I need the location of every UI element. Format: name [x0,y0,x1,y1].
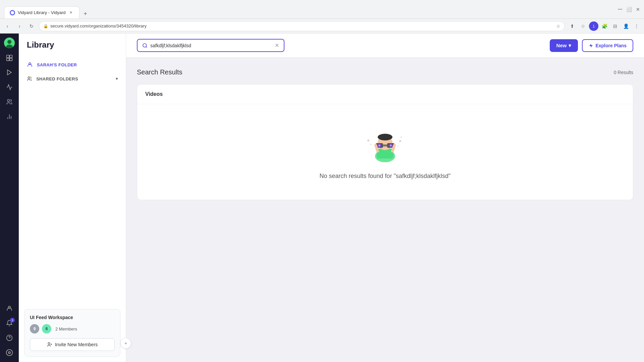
browser-toolbar: ‹ › ↻ 🔒 secure.vidyard.com/organizations… [0,19,644,34]
address-bar[interactable]: 🔒 secure.vidyard.com/organizations/34543… [39,21,565,31]
bookmark-star-icon[interactable]: ☆ [578,21,588,31]
avatar-item[interactable] [3,36,16,50]
sidebar-help-icon[interactable] [3,331,16,345]
new-tab-button[interactable]: + [81,9,90,18]
workspace-name: UI Feed Workspace [30,315,115,320]
bookmark-icon[interactable]: ☆ [556,23,560,29]
nav-sidebar: Library SARAH'S FOLDER SHARED FOLDERS ▾ … [19,34,126,362]
sidebar-library-icon[interactable] [3,66,16,79]
collapse-sidebar-button[interactable]: « [120,338,131,349]
empty-message-text: No search results found for [320,173,394,179]
new-dropdown-icon: ▾ [569,43,571,49]
shared-folders-label: SHARED FOLDERS [36,76,78,81]
browser-tabs-bar: Vidyard Library - Vidyard ✕ + ─ ⬜ ✕ [0,0,644,19]
svg-point-17 [8,352,10,354]
tab-close-button[interactable]: ✕ [68,10,74,15]
empty-illustration [362,124,409,166]
icon-sidebar: 1 [0,34,19,362]
empty-state: No search results found for "safkdljf;kl… [137,104,633,200]
sidebar-header: Library [19,34,126,55]
explore-plans-button[interactable]: Explore Plans [582,39,633,52]
new-button-label: New [556,43,567,48]
invite-icon [47,342,52,347]
sidebar-toggle-icon[interactable]: ⊟ [610,21,620,31]
search-input[interactable] [150,43,272,48]
explore-button-label: Explore Plans [595,43,627,48]
search-clear-button[interactable]: ✕ [275,42,279,49]
svg-marker-25 [589,44,593,48]
results-count: 0 Results [614,70,633,75]
invite-button-label: Invite New Members [55,342,98,347]
sidebar-collapse-area: « [120,338,131,349]
svg-point-42 [400,136,402,138]
new-button[interactable]: New ▾ [550,39,578,52]
content-area: Search Results 0 Results Videos [126,58,644,211]
sidebar-home-icon[interactable] [3,51,16,64]
lock-icon: 🔒 [43,24,48,28]
sidebar-analytics-icon[interactable] [3,80,16,94]
svg-point-36 [390,144,392,146]
sidebar-team-icon[interactable] [3,95,16,109]
search-results-title: Search Results [137,68,182,76]
svg-line-24 [146,47,147,48]
screen-share-icon[interactable]: ⬆ [568,21,577,31]
minimize-button[interactable]: ─ [618,6,622,13]
app-container: 1 Library SARAH'S FOLDER SHARED FOLDERS … [0,34,644,362]
back-button[interactable]: ‹ [3,21,12,31]
invite-members-button[interactable]: Invite New Members [30,338,115,351]
sidebar-settings-icon[interactable] [3,346,16,359]
tab-favicon [10,10,15,15]
sarahs-folder-item[interactable]: SARAH'S FOLDER [19,58,126,72]
empty-message: No search results found for "safkdljf;kl… [320,173,451,180]
svg-point-40 [370,144,372,145]
user-account-icon[interactable]: 👤 [621,21,631,31]
search-bar[interactable]: ✕ [137,39,284,52]
svg-point-2 [7,40,11,44]
svg-point-9 [7,100,10,102]
search-results-header: Search Results 0 Results [137,68,633,76]
member-count: 2 Members [55,326,77,331]
sidebar-notifications-icon[interactable]: 1 [3,316,16,330]
extensions-icon[interactable]: 🧩 [600,21,609,31]
empty-search-term: "safkdljf;klsdaklfjklsd" [394,173,451,179]
member-avatar-1: 9 [30,324,39,334]
svg-rect-5 [10,55,12,58]
url-display: secure.vidyard.com/organizations/3454320… [50,23,554,28]
nav-spacer [19,88,126,309]
svg-point-23 [143,44,147,47]
top-header: ✕ New ▾ Explore Plans [126,34,644,58]
page-title: Library [27,40,54,49]
people-icon [27,76,32,82]
svg-point-41 [399,140,401,142]
shared-folders-item[interactable]: SHARED FOLDERS ▾ [19,72,126,86]
forward-button[interactable]: › [15,21,24,31]
svg-point-29 [378,134,392,140]
svg-point-43 [397,145,398,147]
close-window-button[interactable]: ✕ [636,7,640,12]
svg-point-16 [6,350,12,356]
profile-icon[interactable]: 1 [589,21,598,31]
main-content: ✕ New ▾ Explore Plans Search Results 0 R… [126,34,644,362]
svg-line-37 [376,145,378,151]
user-avatar[interactable] [4,38,15,48]
nav-section: SARAH'S FOLDER SHARED FOLDERS ▾ [19,55,126,88]
more-options-icon[interactable]: ⋮ [632,21,641,31]
svg-point-0 [11,11,14,14]
chevron-down-icon: ▾ [116,76,118,81]
member-avatar-2: 6 [42,324,51,334]
sidebar-reports-icon[interactable] [3,110,16,123]
svg-rect-4 [7,55,9,58]
svg-point-39 [367,139,369,141]
notification-badge: 1 [10,318,15,322]
search-icon [142,43,148,48]
maximize-button[interactable]: ⬜ [626,7,632,12]
sidebar-people-icon[interactable] [3,302,16,315]
svg-point-20 [48,343,50,344]
svg-rect-6 [7,58,9,61]
lightning-icon [589,43,593,48]
reload-button[interactable]: ↻ [27,21,36,31]
svg-point-35 [378,144,380,146]
active-tab[interactable]: Vidyard Library - Vidyard ✕ [4,6,79,18]
svg-marker-8 [7,70,11,75]
sarahs-folder-label: SARAH'S FOLDER [37,62,77,67]
